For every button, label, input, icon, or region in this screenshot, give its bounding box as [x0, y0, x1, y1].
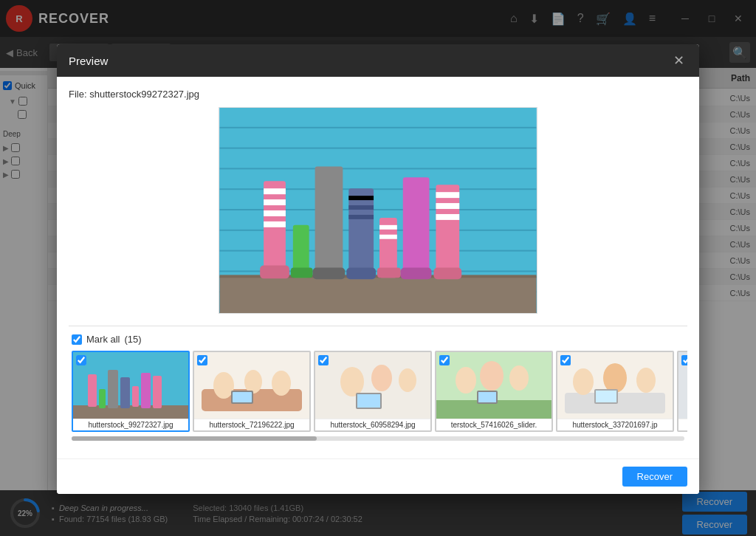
svg-rect-5: [220, 276, 537, 313]
svg-point-65: [603, 363, 627, 393]
preview-image: [219, 107, 537, 314]
thumb-checkbox[interactable]: [560, 355, 571, 365]
thumb-label: hutterstock_337201697.jp: [557, 419, 673, 430]
svg-point-66: [636, 368, 656, 393]
svg-rect-48: [233, 392, 252, 402]
svg-rect-31: [436, 214, 459, 220]
modal-title: Preview: [69, 55, 108, 67]
thumbnails-strip: hutterstock_99272327.jpg: [69, 351, 687, 432]
thumbnail-item[interactable]: hutterstock_60958294.jpg: [314, 351, 432, 432]
thumbnail-item[interactable]: hutterstock_99272327.jpg: [72, 351, 190, 432]
svg-point-52: [399, 368, 416, 392]
thumb-checkbox[interactable]: [76, 355, 86, 365]
mark-all-checkbox[interactable]: [72, 334, 82, 345]
svg-point-50: [340, 367, 364, 396]
svg-rect-7: [264, 181, 286, 276]
svg-point-46: [272, 371, 291, 396]
modal-footer: Recover: [57, 458, 699, 494]
svg-point-64: [573, 368, 594, 395]
svg-point-57: [456, 367, 476, 394]
svg-rect-36: [99, 389, 106, 408]
thumb-label: terstock_57416026_slider.: [436, 419, 551, 430]
svg-rect-12: [260, 265, 289, 278]
svg-rect-15: [315, 166, 343, 278]
thumb-checkbox[interactable]: [439, 355, 450, 365]
thumb-label: hutterstock_72196222.jpg: [194, 419, 309, 430]
svg-point-59: [509, 365, 529, 391]
svg-rect-37: [108, 370, 118, 408]
scrollbar-thumb: [72, 436, 317, 441]
svg-point-58: [480, 361, 504, 391]
thumb-label: hutterstock_99272327.jpg: [73, 419, 188, 430]
svg-rect-68: [596, 391, 616, 402]
file-label: File: shutterstock99272327.jpg: [69, 89, 687, 100]
svg-rect-8: [264, 188, 286, 194]
svg-point-44: [213, 372, 234, 399]
svg-rect-28: [436, 185, 459, 278]
preview-modal: Preview ✕ File: shutterstock99272327.jpg: [57, 44, 699, 494]
svg-rect-61: [478, 392, 496, 402]
svg-rect-24: [379, 235, 397, 239]
thumbnail-item[interactable]: hutterstock_337201697.jp: [556, 351, 674, 432]
svg-rect-20: [348, 215, 374, 219]
svg-rect-54: [357, 394, 380, 408]
thumb-checkbox[interactable]: [318, 355, 329, 365]
mark-all-row: Mark all (15): [69, 334, 687, 345]
modal-header: Preview ✕: [57, 44, 699, 77]
svg-rect-39: [132, 386, 139, 407]
svg-rect-30: [436, 203, 459, 209]
thumbnail-item[interactable]: terstock_57416026_slider.: [435, 351, 553, 432]
svg-rect-26: [403, 177, 430, 278]
svg-rect-27: [401, 267, 432, 279]
svg-rect-32: [433, 267, 461, 279]
thumbnail-scrollbar[interactable]: [72, 436, 684, 441]
svg-point-51: [371, 365, 392, 391]
thumb-label: hutterstock_60958294.jpg: [315, 419, 430, 430]
thumbnail-item[interactable]: hut: [677, 351, 687, 432]
thumb-label: hut: [678, 419, 687, 430]
svg-rect-35: [88, 374, 97, 407]
modal-body: File: shutterstock99272327.jpg: [57, 77, 699, 458]
svg-rect-23: [379, 225, 397, 230]
mark-all-count: (15): [125, 334, 142, 345]
svg-rect-9: [264, 199, 286, 205]
svg-rect-41: [153, 376, 162, 408]
svg-point-45: [244, 370, 262, 394]
thumbnail-bar: Mark all (15): [69, 326, 687, 447]
thumb-checkbox[interactable]: [197, 355, 207, 365]
svg-rect-11: [264, 221, 286, 227]
svg-rect-18: [348, 196, 374, 200]
svg-rect-29: [436, 192, 459, 198]
svg-rect-14: [291, 267, 313, 278]
modal-overlay: Preview ✕ File: shutterstock99272327.jpg: [0, 0, 756, 536]
svg-rect-38: [120, 377, 130, 408]
svg-rect-10: [264, 210, 286, 216]
modal-recover-button[interactable]: Recover: [622, 467, 687, 487]
svg-rect-19: [348, 205, 374, 210]
mark-all-label: Mark all: [86, 334, 120, 345]
svg-rect-21: [346, 267, 376, 279]
preview-image-container: [69, 107, 687, 314]
modal-close-button[interactable]: ✕: [670, 52, 687, 69]
svg-rect-25: [377, 267, 401, 278]
thumb-checkbox[interactable]: [681, 355, 687, 365]
svg-rect-34: [73, 405, 188, 419]
thumbnail-item[interactable]: hutterstock_72196222.jpg: [193, 351, 311, 432]
svg-rect-40: [141, 373, 151, 408]
svg-rect-17: [348, 188, 374, 278]
svg-rect-16: [313, 267, 346, 279]
